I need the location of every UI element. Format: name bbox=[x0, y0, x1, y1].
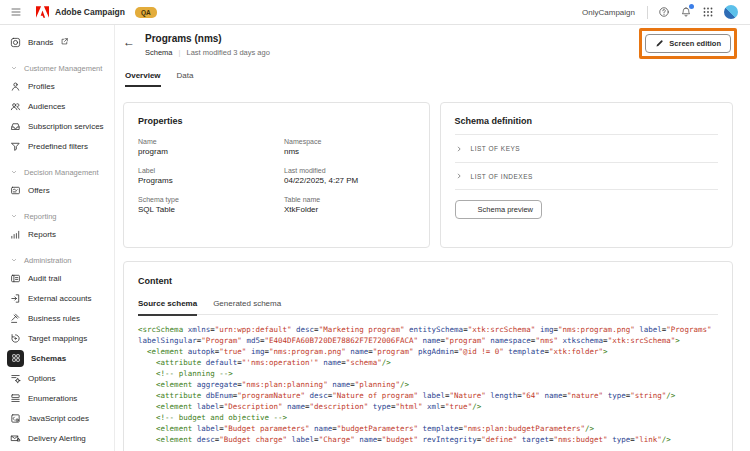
sidebar-item-label: Brands bbox=[28, 38, 53, 47]
sidebar-item-business-rules[interactable]: Business rules bbox=[0, 308, 114, 328]
sidebar-item-offers[interactable]: Offers bbox=[0, 180, 114, 200]
schema-definition-card: Schema definition LIST OF KEYS LIST OF I… bbox=[440, 102, 733, 248]
gavel-icon bbox=[10, 313, 21, 324]
divider bbox=[647, 6, 648, 19]
sidebar-item-audiences[interactable]: Audiences bbox=[0, 96, 114, 116]
sidebar-item-subscription-services[interactable]: Subscription services bbox=[0, 116, 114, 136]
sidebar-section-administration[interactable]: Administration bbox=[0, 252, 114, 268]
sidebar-item-audit-trail[interactable]: Audit trail bbox=[0, 268, 114, 288]
chevron-right-icon bbox=[455, 145, 463, 153]
notifications-bell-icon[interactable] bbox=[680, 6, 692, 18]
property-value: 04/22/2025, 4:27 PM bbox=[284, 176, 415, 185]
brands-icon bbox=[10, 37, 21, 48]
sidebar-item-reports[interactable]: Reports bbox=[0, 224, 114, 244]
content-tab-bar: Source schema Generated schema bbox=[138, 299, 718, 315]
pencil-icon bbox=[655, 39, 664, 48]
schema-preview-label: Schema preview bbox=[478, 205, 533, 214]
accordion-list-of-indexes[interactable]: LIST OF INDEXES bbox=[455, 162, 718, 190]
options-gear-icon bbox=[10, 373, 21, 384]
property-name: Name program bbox=[138, 138, 284, 156]
property-last-modified: Last modified 04/22/2025, 4:27 PM bbox=[284, 167, 415, 185]
sidebar-item-label: Profiles bbox=[28, 82, 55, 91]
sidebar-item-label: Delivery Alerting bbox=[28, 434, 86, 443]
top-bar: Adobe Campaign QA OnlyCampaign bbox=[0, 0, 750, 25]
property-table-name: Table name XtkFolder bbox=[284, 196, 415, 214]
sidebar-item-label: Subscription services bbox=[28, 122, 104, 131]
properties-card: Properties Name program Namespace nms La… bbox=[123, 102, 430, 248]
accordion-label: LIST OF INDEXES bbox=[471, 173, 533, 180]
sidebar-item-target-mappings[interactable]: Target mappings bbox=[0, 328, 114, 348]
sidebar-item-label: External accounts bbox=[28, 294, 92, 303]
bar-chart-icon bbox=[10, 229, 21, 240]
help-icon[interactable] bbox=[658, 6, 670, 18]
mail-alert-icon bbox=[10, 433, 21, 444]
sidebar-item-label: Predefined filters bbox=[28, 142, 88, 151]
chevron-down-icon bbox=[10, 212, 18, 220]
sidebar-item-label: Business rules bbox=[28, 314, 80, 323]
property-value: SQL Table bbox=[138, 205, 284, 214]
property-label: Table name bbox=[284, 196, 415, 203]
schema-definition-title: Schema definition bbox=[455, 116, 718, 126]
sidebar-item-label: Audit trail bbox=[28, 274, 61, 283]
property-label: Label Programs bbox=[138, 167, 284, 185]
sidebar-item-label: Target mappings bbox=[28, 334, 87, 343]
section-label: Customer Management bbox=[24, 64, 102, 73]
sidebar-item-schemas[interactable]: Schemas bbox=[0, 348, 114, 368]
screen-edition-label: Screen edition bbox=[669, 39, 721, 48]
properties-title: Properties bbox=[138, 116, 415, 126]
org-name[interactable]: OnlyCampaign bbox=[582, 8, 635, 17]
property-label: Last modified bbox=[284, 167, 415, 174]
accordion-list-of-keys[interactable]: LIST OF KEYS bbox=[455, 134, 718, 162]
sidebar-item-javascript-codes[interactable]: JavaScript codes bbox=[0, 408, 114, 428]
page-subtitle: Schema | Last modified 3 days ago bbox=[145, 48, 270, 57]
property-value: nms bbox=[284, 147, 415, 156]
sidebar-item-enumerations[interactable]: Enumerations bbox=[0, 388, 114, 408]
sidebar-item-external-accounts[interactable]: External accounts bbox=[0, 288, 114, 308]
sidebar-item-label: Offers bbox=[28, 186, 50, 195]
entity-type-label: Schema bbox=[145, 48, 173, 57]
app-title: Adobe Campaign bbox=[55, 7, 125, 17]
tab-data[interactable]: Data bbox=[177, 71, 194, 87]
page-tab-bar: Overview Data bbox=[125, 71, 733, 87]
target-history-icon bbox=[10, 333, 21, 344]
sidebar-item-label: Audiences bbox=[28, 102, 65, 111]
sidebar-section-customer-management[interactable]: Customer Management bbox=[0, 60, 114, 76]
screen-edition-button[interactable]: Screen edition bbox=[645, 34, 731, 53]
tab-generated-schema[interactable]: Generated schema bbox=[213, 299, 281, 314]
last-modified-text: Last modified 3 days ago bbox=[186, 48, 269, 57]
hamburger-menu-icon[interactable] bbox=[10, 6, 22, 18]
property-label: Schema type bbox=[138, 196, 284, 203]
sidebar-item-brands[interactable]: Brands bbox=[0, 32, 114, 52]
property-value: XtkFolder bbox=[284, 205, 415, 214]
property-schema-type: Schema type SQL Table bbox=[138, 196, 284, 214]
people-icon bbox=[10, 101, 21, 112]
sidebar-section-reporting[interactable]: Reporting bbox=[0, 208, 114, 224]
section-label: Decision Management bbox=[24, 168, 99, 177]
schema-preview-button[interactable]: Schema preview bbox=[455, 200, 542, 219]
filter-icon bbox=[10, 141, 21, 152]
sidebar-item-delivery-alerting[interactable]: Delivery Alerting bbox=[0, 428, 114, 448]
user-avatar[interactable] bbox=[724, 5, 738, 19]
app-switcher-grid-icon[interactable] bbox=[702, 6, 714, 18]
sidebar-item-options[interactable]: Options bbox=[0, 368, 114, 388]
notification-dot bbox=[689, 4, 694, 9]
environment-badge: QA bbox=[135, 7, 157, 18]
property-label: Label bbox=[138, 167, 284, 174]
person-icon bbox=[10, 81, 21, 92]
schema-grid-icon bbox=[7, 350, 24, 367]
offer-card-icon bbox=[10, 185, 21, 196]
stack-list-icon bbox=[10, 393, 21, 404]
tab-source-schema[interactable]: Source schema bbox=[138, 299, 197, 314]
page-title: Programs (nms) bbox=[145, 33, 270, 44]
back-arrow-icon[interactable]: ← bbox=[123, 36, 135, 57]
tab-overview[interactable]: Overview bbox=[125, 71, 161, 87]
open-in-new-icon[interactable] bbox=[60, 37, 69, 48]
sidebar-section-decision-management[interactable]: Decision Management bbox=[0, 164, 114, 180]
external-account-icon bbox=[10, 293, 21, 304]
sidebar: Brands Customer Management Profiles Audi… bbox=[0, 25, 115, 451]
source-code[interactable]: <srcSchema xmlns="urn:wpp:default" desc=… bbox=[138, 324, 718, 445]
section-label: Reporting bbox=[24, 212, 57, 221]
sidebar-item-profiles[interactable]: Profiles bbox=[0, 76, 114, 96]
sidebar-item-predefined-filters[interactable]: Predefined filters bbox=[0, 136, 114, 156]
accordion-label: LIST OF KEYS bbox=[471, 145, 521, 152]
